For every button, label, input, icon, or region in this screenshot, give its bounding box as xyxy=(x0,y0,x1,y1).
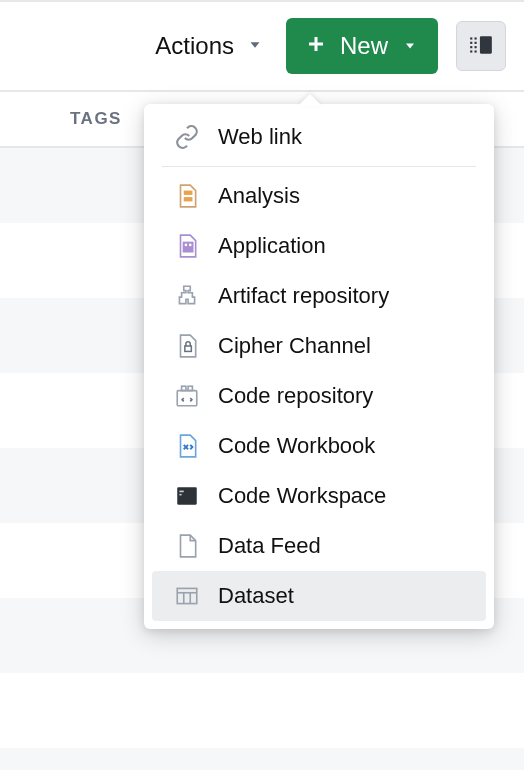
menu-item-code-workbook[interactable]: Code Workbook xyxy=(152,421,486,471)
new-dropdown-menu: Web link Analysis Application xyxy=(144,104,494,629)
svg-rect-5 xyxy=(470,50,472,52)
svg-rect-3 xyxy=(470,41,472,43)
svg-rect-4 xyxy=(470,46,472,48)
svg-rect-20 xyxy=(177,487,197,504)
panel-view-icon xyxy=(468,32,494,61)
svg-rect-6 xyxy=(475,37,477,39)
tags-column-header: TAGS xyxy=(70,109,122,129)
toolbar: Actions New xyxy=(0,2,524,90)
menu-item-label: Artifact repository xyxy=(218,283,389,309)
menu-item-label: Code Workbook xyxy=(218,433,375,459)
code-workspace-icon xyxy=(174,483,200,509)
svg-rect-2 xyxy=(470,37,472,39)
menu-item-label: Analysis xyxy=(218,183,300,209)
actions-label: Actions xyxy=(155,32,234,60)
svg-rect-11 xyxy=(184,191,193,195)
svg-rect-23 xyxy=(177,588,197,603)
svg-rect-12 xyxy=(184,197,193,201)
plus-icon xyxy=(306,32,326,60)
code-workbook-icon xyxy=(174,433,200,459)
menu-item-label: Web link xyxy=(218,124,302,150)
analysis-icon xyxy=(174,183,200,209)
new-button[interactable]: New xyxy=(286,18,438,74)
svg-rect-17 xyxy=(177,391,197,406)
svg-rect-21 xyxy=(179,491,183,493)
svg-rect-10 xyxy=(480,36,492,53)
svg-rect-9 xyxy=(475,50,477,52)
menu-divider xyxy=(162,166,476,167)
menu-item-label: Data Feed xyxy=(218,533,321,559)
chevron-down-icon xyxy=(246,32,264,60)
dataset-icon xyxy=(174,583,200,609)
menu-item-web-link[interactable]: Web link xyxy=(152,112,486,162)
menu-item-label: Dataset xyxy=(218,583,294,609)
application-icon xyxy=(174,233,200,259)
new-label: New xyxy=(340,32,388,60)
menu-item-artifact-repository[interactable]: Artifact repository xyxy=(152,271,486,321)
menu-item-application[interactable]: Application xyxy=(152,221,486,271)
dropdown-arrow xyxy=(298,94,322,106)
table-row[interactable] xyxy=(0,748,524,770)
table-row[interactable] xyxy=(0,673,524,748)
svg-rect-22 xyxy=(179,494,181,496)
cipher-channel-icon xyxy=(174,333,200,359)
code-repo-icon xyxy=(174,383,200,409)
menu-item-label: Application xyxy=(218,233,326,259)
menu-item-dataset[interactable]: Dataset xyxy=(152,571,486,621)
menu-item-analysis[interactable]: Analysis xyxy=(152,171,486,221)
menu-item-cipher-channel[interactable]: Cipher Channel xyxy=(152,321,486,371)
actions-button[interactable]: Actions xyxy=(151,24,268,68)
menu-item-data-feed[interactable]: Data Feed xyxy=(152,521,486,571)
svg-rect-13 xyxy=(183,242,194,253)
chevron-down-icon xyxy=(402,32,418,60)
link-icon xyxy=(174,124,200,150)
svg-point-14 xyxy=(185,244,188,247)
artifact-repo-icon xyxy=(174,283,200,309)
svg-point-15 xyxy=(189,244,192,247)
menu-item-code-repository[interactable]: Code repository xyxy=(152,371,486,421)
svg-rect-18 xyxy=(182,386,186,390)
data-feed-icon xyxy=(174,533,200,559)
svg-rect-8 xyxy=(475,46,477,48)
view-toggle-button[interactable] xyxy=(456,21,506,71)
menu-item-label: Code Workspace xyxy=(218,483,386,509)
svg-rect-7 xyxy=(475,41,477,43)
svg-rect-19 xyxy=(188,386,192,390)
menu-item-label: Cipher Channel xyxy=(218,333,371,359)
menu-item-label: Code repository xyxy=(218,383,373,409)
menu-item-code-workspace[interactable]: Code Workspace xyxy=(152,471,486,521)
